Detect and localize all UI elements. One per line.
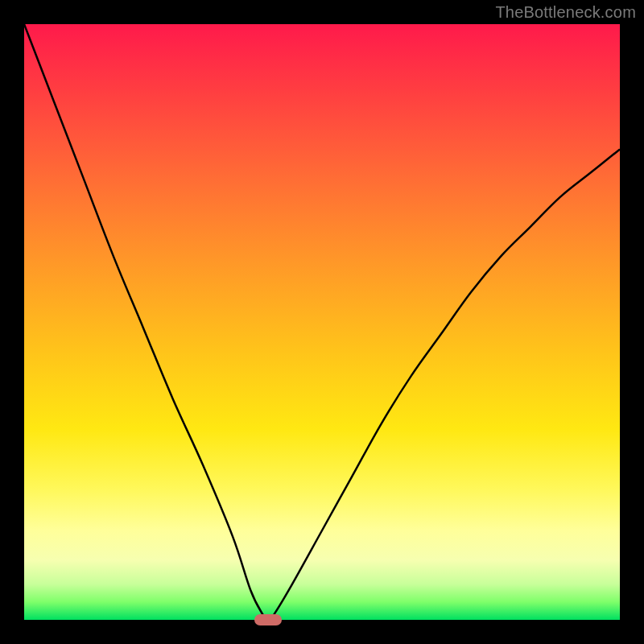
watermark-text: TheBottleneck.com	[495, 3, 636, 22]
bottleneck-curve	[24, 24, 620, 620]
chart-frame: TheBottleneck.com	[0, 0, 644, 644]
optimal-marker	[254, 614, 282, 625]
plot-area	[24, 24, 620, 620]
